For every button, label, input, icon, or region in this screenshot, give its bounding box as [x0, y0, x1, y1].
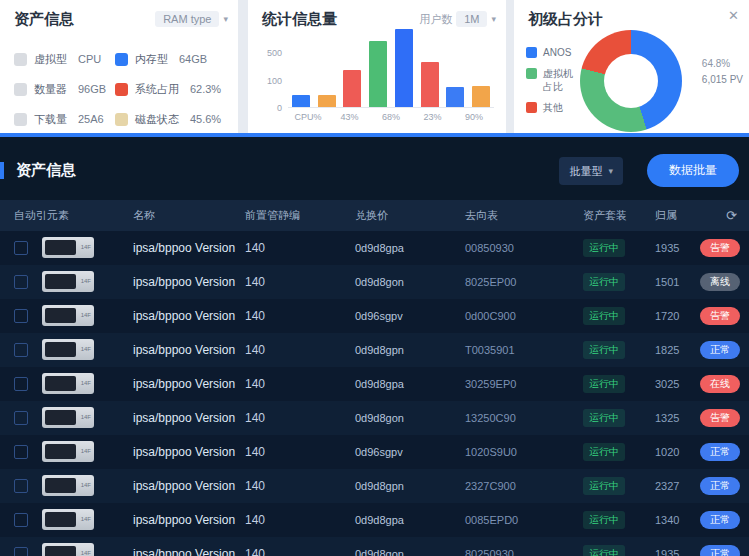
stat-value: CPU — [78, 53, 101, 65]
cell-name: ipsa/bppoo Version — [133, 367, 235, 401]
asset-thumbnail-chip — [45, 478, 76, 493]
cell-qty: 140 — [245, 503, 265, 537]
action-pill-badge[interactable]: 在线 — [700, 375, 740, 393]
asset-info-card: 资产信息 RAM type ▾ 虚拟型CPU内存型64GB数量器96GB系统占用… — [0, 0, 238, 133]
row-checkbox[interactable] — [14, 445, 28, 459]
stat-item-right: 磁盘状态45.6% — [115, 112, 226, 127]
x-axis-label: CPU% — [288, 112, 328, 122]
close-icon[interactable]: ✕ — [728, 8, 739, 23]
status-badge: 运行中 — [583, 477, 625, 495]
legend-label: 虚拟机占比 — [543, 67, 573, 93]
bar-chart-y-axis: 0100500 — [258, 30, 284, 108]
cell-code1: 0d96sgpv — [355, 435, 403, 469]
row-checkbox[interactable] — [14, 343, 28, 357]
status-badge: 运行中 — [583, 511, 625, 529]
status-badge: 运行中 — [583, 341, 625, 359]
row-checkbox[interactable] — [14, 377, 28, 391]
status-badge: 运行中 — [583, 307, 625, 325]
section-header: 资产信息 批量型 ▾ 数据批量 — [0, 147, 749, 193]
cell-name: ipsa/bppoo Version — [133, 299, 235, 333]
donut-card: 初级占分计 ✕ ANOS虚拟机占比其他 64.8% 6,015 PV — [514, 0, 749, 133]
asset-thumbnail-chip — [45, 546, 76, 556]
stat-label: 下载量 — [34, 112, 67, 127]
cell-num: 1501 — [655, 265, 679, 299]
dashboard: 资产信息 RAM type ▾ 虚拟型CPU内存型64GB数量器96GB系统占用… — [0, 0, 749, 556]
stat-item-right: 系统占用62.3% — [115, 82, 226, 97]
cell-status-badge: 运行中 — [583, 299, 625, 333]
cell-code1: 0d9d8gpn — [355, 469, 404, 503]
cell-code1: 0d9d8gon — [355, 401, 404, 435]
stats-dropdown[interactable]: 用户数 1M ▾ — [419, 11, 496, 27]
cell-qty: 140 — [245, 469, 265, 503]
cell-qty: 140 — [245, 537, 265, 556]
action-pill-badge[interactable]: 正常 — [700, 341, 740, 359]
column-header: 前置管静编 — [245, 200, 300, 231]
cell-name: ipsa/bppoo Version — [133, 503, 235, 537]
action-pill-badge[interactable]: 正常 — [700, 477, 740, 495]
action-pill-badge[interactable]: 正常 — [700, 511, 740, 529]
chevron-down-icon: ▾ — [491, 14, 496, 24]
column-header: 去向表 — [465, 200, 498, 231]
asset-thumbnail: 14F — [42, 543, 94, 556]
cell-num: 1340 — [655, 503, 679, 537]
asset-thumbnail-chip — [45, 274, 76, 289]
donut-side-percent: 64.8% — [702, 58, 743, 69]
stat-item-left: 下载量25A6 — [14, 112, 115, 127]
stat-value: 45.6% — [190, 113, 221, 125]
cell-name: ipsa/bppoo Version — [133, 401, 235, 435]
table-filter-dropdown[interactable]: 批量型 ▾ — [559, 157, 623, 185]
asset-thumbnail-chip — [45, 308, 76, 323]
table-row: 14Fipsa/bppoo Version1400d96sgpv0d00C900… — [0, 299, 749, 333]
cell-action-pill: 正常 — [700, 503, 740, 537]
status-badge: 运行中 — [583, 375, 625, 393]
cell-status-badge: 运行中 — [583, 503, 625, 537]
table-row: 14Fipsa/bppoo Version1400d9d8gon13250C90… — [0, 401, 749, 435]
asset-info-dropdown[interactable]: RAM type ▾ — [155, 11, 228, 27]
refresh-icon[interactable]: ⟳ — [726, 200, 737, 231]
table-row: 14Fipsa/bppoo Version1400d9d8gpa0085EPD0… — [0, 503, 749, 537]
column-header: 自动引元素 — [14, 200, 69, 231]
stats-dropdown-value[interactable]: 1M — [456, 11, 487, 27]
action-pill-badge[interactable]: 告警 — [700, 409, 740, 427]
primary-action-button[interactable]: 数据批量 — [647, 154, 739, 187]
action-pill-badge[interactable]: 告警 — [700, 307, 740, 325]
column-header: 资产套装 — [583, 200, 627, 231]
row-checkbox[interactable] — [14, 479, 28, 493]
cell-code2: T0035901 — [465, 333, 515, 367]
cell-code1: 0d9d8gon — [355, 265, 404, 299]
table-row: 14Fipsa/bppoo Version1400d9d8gpa00850930… — [0, 231, 749, 265]
row-checkbox[interactable] — [14, 275, 28, 289]
chevron-down-icon: ▾ — [608, 166, 613, 176]
row-checkbox[interactable] — [14, 547, 28, 556]
y-axis-tick: 500 — [267, 48, 282, 58]
table-header-row: ⟳ 自动引元素名称前置管静编兑换价去向表资产套装归属 — [0, 200, 749, 231]
asset-thumbnail: 14F — [42, 509, 94, 530]
cell-qty: 140 — [245, 333, 265, 367]
cell-name: ipsa/bppoo Version — [133, 537, 235, 556]
row-checkbox[interactable] — [14, 309, 28, 323]
cell-qty: 140 — [245, 231, 265, 265]
cell-status-badge: 运行中 — [583, 435, 625, 469]
stat-label: 磁盘状态 — [135, 112, 179, 127]
asset-thumbnail: 14F — [42, 475, 94, 496]
cell-name: ipsa/bppoo Version — [133, 435, 235, 469]
row-checkbox[interactable] — [14, 411, 28, 425]
action-pill-badge[interactable]: 正常 — [700, 545, 740, 556]
asset-thumbnail-label: 14F — [81, 448, 91, 454]
cell-num: 1935 — [655, 231, 679, 265]
bar-5 — [421, 62, 439, 107]
row-checkbox[interactable] — [14, 513, 28, 527]
asset-thumbnail-label: 14F — [81, 278, 91, 284]
cell-qty: 140 — [245, 265, 265, 299]
action-pill-badge[interactable]: 告警 — [700, 239, 740, 257]
row-checkbox[interactable] — [14, 241, 28, 255]
action-pill-badge[interactable]: 离线 — [700, 273, 740, 291]
asset-thumbnail-label: 14F — [81, 516, 91, 522]
section-title: 资产信息 — [16, 161, 76, 180]
stat-value: 64GB — [179, 53, 207, 65]
action-pill-badge[interactable]: 正常 — [700, 443, 740, 461]
column-header: 名称 — [133, 200, 155, 231]
stat-swatch-icon — [115, 53, 128, 66]
asset-thumbnail-chip — [45, 512, 76, 527]
asset-info-dropdown-value[interactable]: RAM type — [155, 11, 219, 27]
